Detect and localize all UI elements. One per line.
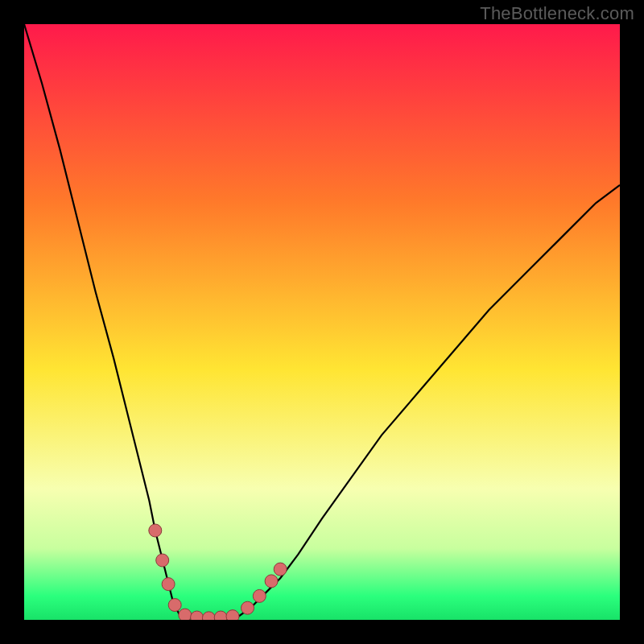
data-dot xyxy=(168,599,181,612)
data-dot xyxy=(162,578,175,591)
data-dot xyxy=(226,610,239,620)
data-dot xyxy=(149,524,162,537)
data-dot xyxy=(179,609,192,620)
data-dot xyxy=(274,563,287,576)
data-dot xyxy=(253,589,266,602)
chart-frame: TheBottleneck.com xyxy=(0,0,644,644)
data-dot xyxy=(265,575,278,588)
data-dot xyxy=(156,554,169,567)
data-dot xyxy=(242,601,254,614)
watermark-text: TheBottleneck.com xyxy=(480,3,634,24)
chart-svg xyxy=(24,24,620,620)
plot-area xyxy=(24,24,620,620)
data-dot xyxy=(214,611,227,620)
gradient-background xyxy=(24,24,620,620)
data-dot xyxy=(191,611,204,620)
